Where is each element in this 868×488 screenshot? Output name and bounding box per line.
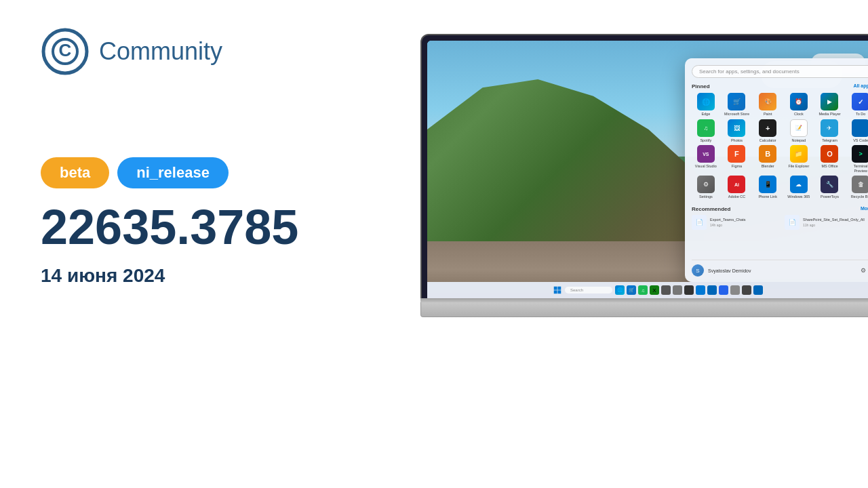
- laptop-screen: Search for apps, settings, and documents…: [427, 41, 868, 298]
- recycle-bin-icon: 🗑: [852, 176, 868, 193]
- app-adobe[interactable]: Ai Adobe CC: [723, 176, 751, 199]
- app-notepad-label: Notepad: [791, 138, 806, 143]
- logo-area: C Community: [41, 27, 393, 76]
- app-powertoys-label: PowerToys: [821, 195, 839, 199]
- start-button[interactable]: [553, 285, 562, 295]
- tb-extra-icon-4[interactable]: [696, 285, 705, 295]
- app-file-explorer[interactable]: 📁 File Explorer: [785, 145, 813, 173]
- rec-item-0-icon: 📄: [692, 215, 707, 230]
- tb-extra-icon-8[interactable]: [753, 285, 763, 295]
- app-figma[interactable]: F Figma: [723, 145, 751, 173]
- app-phonelink[interactable]: 📱 Phone Link: [753, 176, 782, 199]
- tb-store-icon[interactable]: 🛒: [627, 285, 636, 295]
- app-blender[interactable]: B Blender: [753, 145, 782, 173]
- windows365-icon: ☁: [790, 176, 808, 193]
- build-date: 14 июня 2024: [41, 265, 393, 287]
- app-photos-label: Photos: [731, 138, 743, 143]
- app-powertoys[interactable]: 🔧 PowerToys: [816, 176, 844, 199]
- app-files-label: File Explorer: [788, 164, 809, 169]
- recommended-title: Recommended More ›: [692, 206, 868, 212]
- rec-item-1-icon: 📄: [785, 215, 800, 230]
- laptop-base: [420, 302, 868, 317]
- media-player-icon: ▶: [821, 93, 838, 110]
- settings-action-icon[interactable]: ⚙: [861, 267, 866, 274]
- more-link[interactable]: More ›: [861, 206, 868, 212]
- app-telegram[interactable]: ✈ Telegram: [816, 119, 844, 143]
- app-ms-store[interactable]: 🛒 Microsoft Store: [723, 93, 751, 117]
- app-recycle-label: Recycle Bin: [851, 195, 868, 199]
- start-menu: Search for apps, settings, and documents…: [685, 58, 868, 282]
- paint-icon: 🎨: [759, 93, 776, 110]
- all-apps-link[interactable]: All apps ›: [853, 83, 868, 89]
- settings-icon: ⚙: [697, 176, 715, 193]
- app-ms-office[interactable]: O MS Office: [816, 145, 844, 173]
- ms-office-icon: O: [821, 145, 838, 163]
- svg-rect-4: [557, 287, 561, 290]
- powertoys-icon: 🔧: [821, 176, 838, 193]
- tb-extra-icon-2[interactable]: [673, 285, 682, 295]
- tb-spotify-icon[interactable]: ♫: [638, 285, 648, 295]
- user-avatar: S: [692, 264, 704, 277]
- app-adobe-label: Adobe CC: [728, 195, 745, 199]
- recommended-items: 📄 Export_Teams_Chats 14h ago 📄: [692, 215, 868, 230]
- app-phonelink-label: Phone Link: [758, 195, 777, 199]
- app-paint[interactable]: 🎨 Paint: [753, 93, 782, 117]
- calculator-icon: +: [759, 119, 776, 137]
- tb-extra-icon-6[interactable]: [730, 285, 740, 295]
- tb-xbox-icon[interactable]: X: [650, 285, 659, 295]
- app-vscode-label: VS Code: [853, 138, 868, 143]
- rec-item-0[interactable]: 📄 Export_Teams_Chats 14h ago: [692, 215, 782, 230]
- rec-item-1-text: SharePoint_Site_Set_Read_Only_All 11h ag…: [803, 218, 865, 226]
- app-paint-label: Paint: [764, 112, 772, 117]
- tb-extra-icon-3[interactable]: [684, 285, 694, 295]
- app-calc-label: Calculator: [760, 138, 776, 143]
- app-spotify[interactable]: ♫ Spotify: [692, 119, 720, 143]
- app-clock[interactable]: ⏰ Clock: [785, 93, 813, 117]
- taskbar-search[interactable]: Search: [565, 287, 612, 293]
- terminal-icon: >: [852, 145, 868, 163]
- username: Svyatoslav Demidov: [708, 268, 856, 273]
- app-photos[interactable]: 🖼 Photos: [723, 119, 751, 143]
- app-terminal-label: Terminal Preview: [846, 164, 868, 173]
- svg-text:C: C: [59, 40, 72, 60]
- app-blender-label: Blender: [762, 164, 774, 169]
- user-action-icons: ⚙ ⏻: [861, 267, 868, 274]
- beta-tag: beta: [41, 157, 109, 188]
- app-vscode[interactable]: VS Code: [846, 119, 868, 143]
- app-vs[interactable]: VS Visual Studio: [692, 145, 720, 173]
- rec-item-1-name: SharePoint_Site_Set_Read_Only_All: [803, 218, 865, 222]
- app-notepad[interactable]: 📝 Notepad: [785, 119, 813, 143]
- blender-icon: B: [759, 145, 776, 163]
- app-recycle-bin[interactable]: 🗑 Recycle Bin: [846, 176, 868, 199]
- rec-item-1[interactable]: 📄 SharePoint_Site_Set_Read_Only_All 11h …: [785, 215, 868, 230]
- edge-icon: 🌐: [697, 93, 715, 110]
- tb-extra-icon-5[interactable]: [719, 285, 728, 295]
- community-logo-icon: C: [41, 27, 90, 76]
- app-vs-label: Visual Studio: [695, 164, 717, 169]
- ms-store-icon: 🛒: [728, 93, 745, 110]
- phonelink-icon: 📱: [759, 176, 776, 193]
- tags-area: beta ni_release: [41, 157, 393, 188]
- app-figma-label: Figma: [732, 164, 742, 169]
- app-settings[interactable]: ⚙ Settings: [692, 176, 720, 199]
- start-menu-search[interactable]: Search for apps, settings, and documents: [692, 65, 868, 78]
- tb-extra-icon-7[interactable]: [742, 285, 751, 295]
- app-settings-label: Settings: [699, 195, 713, 199]
- pinned-section-title: Pinned All apps ›: [692, 83, 868, 89]
- tb-vscode-icon[interactable]: [707, 285, 717, 295]
- app-todo[interactable]: ✓ To Do: [846, 93, 868, 117]
- app-edge[interactable]: 🌐 Edge: [692, 93, 720, 117]
- app-spotify-label: Spotify: [700, 138, 711, 143]
- clock-icon: ⏰: [790, 93, 808, 110]
- right-panel: Search for apps, settings, and documents…: [434, 0, 868, 488]
- svg-rect-5: [554, 290, 557, 293]
- svg-rect-6: [557, 290, 561, 293]
- app-win365-label: Windows 365: [787, 195, 810, 199]
- app-calculator[interactable]: + Calculator: [753, 119, 782, 143]
- tb-extra-icon-1[interactable]: [661, 285, 671, 295]
- tb-edge-icon[interactable]: 🌐: [615, 285, 625, 295]
- app-media-player[interactable]: ▶ Media Player: [816, 93, 844, 117]
- app-windows365[interactable]: ☁ Windows 365: [785, 176, 813, 199]
- app-terminal[interactable]: > Terminal Preview: [846, 145, 868, 173]
- telegram-icon: ✈: [821, 119, 838, 137]
